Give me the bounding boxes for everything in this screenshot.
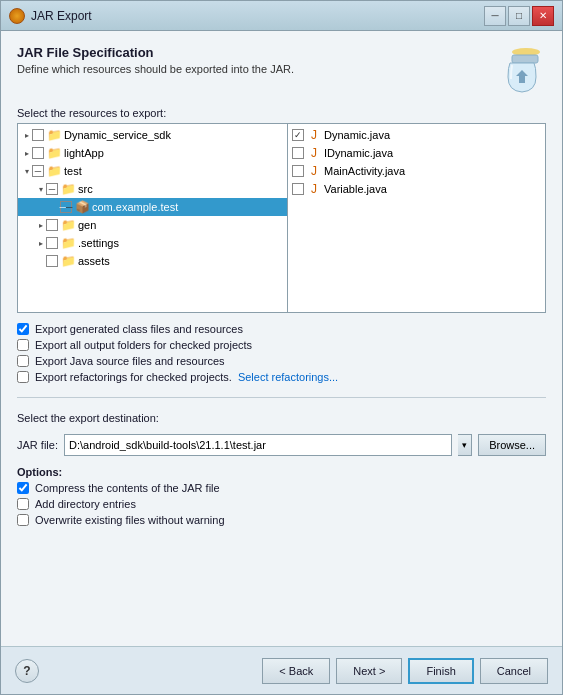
select-refactorings-link[interactable]: Select refactorings... (238, 371, 338, 383)
finish-button[interactable]: Finish (408, 658, 473, 684)
cb-dynamic-service[interactable] (32, 129, 44, 141)
tree-label-com: com.example.test (92, 201, 178, 213)
tree-label-gen: gen (78, 219, 96, 231)
options-label: Options: (17, 466, 546, 478)
file-list[interactable]: J Dynamic.java J IDynamic.java J MainAct… (288, 124, 545, 312)
dir-entries-checkbox[interactable] (17, 498, 29, 510)
title-bar: JAR Export ─ □ ✕ (1, 1, 562, 31)
file-label-variable-java: Variable.java (324, 183, 387, 195)
page-description: Define which resources should be exporte… (17, 63, 294, 75)
folder-icon-dynamic: 📁 (47, 129, 61, 141)
cb-idynamic-java[interactable] (292, 147, 304, 159)
export-source-row: Export Java source files and resources (17, 355, 546, 367)
cb-com-example[interactable]: ─ (60, 201, 72, 213)
minimize-button[interactable]: ─ (484, 6, 506, 26)
jar-export-window: JAR Export ─ □ ✕ JAR File Specification … (0, 0, 563, 695)
cb-variable-java[interactable] (292, 183, 304, 195)
next-button[interactable]: Next > (336, 658, 402, 684)
tree-item-lightapp[interactable]: 📁 lightApp (18, 144, 287, 162)
cb-lightapp[interactable] (32, 147, 44, 159)
export-source-label[interactable]: Export Java source files and resources (35, 355, 225, 367)
overwrite-checkbox[interactable] (17, 514, 29, 526)
folder-icon-settings: 📁 (61, 237, 75, 249)
tree-arrow-com (50, 202, 60, 212)
page-title: JAR File Specification (17, 45, 294, 60)
file-label-dynamic-java: Dynamic.java (324, 129, 390, 141)
dir-entries-row: Add directory entries (17, 498, 546, 510)
java-icon-dynamic: J (307, 129, 321, 141)
tree-arrow-lightapp[interactable] (22, 148, 32, 158)
dir-entries-label[interactable]: Add directory entries (35, 498, 136, 510)
compress-checkbox[interactable] (17, 482, 29, 494)
tree-label-dynamic: Dynamic_service_sdk (64, 129, 171, 141)
browse-button[interactable]: Browse... (478, 434, 546, 456)
cb-settings[interactable] (46, 237, 58, 249)
overwrite-label[interactable]: Overwrite existing files without warning (35, 514, 225, 526)
folder-icon-test: 📁 (47, 165, 61, 177)
export-output-label[interactable]: Export all output folders for checked pr… (35, 339, 252, 351)
cb-mainactivity-java[interactable] (292, 165, 304, 177)
cancel-button[interactable]: Cancel (480, 658, 548, 684)
tree-section: Select the resources to export: 📁 Dynami… (17, 107, 546, 313)
export-refactor-checkbox[interactable] (17, 371, 29, 383)
tree-item-settings[interactable]: 📁 .settings (18, 234, 287, 252)
file-label-mainactivity-java: MainActivity.java (324, 165, 405, 177)
resource-tree[interactable]: 📁 Dynamic_service_sdk 📁 lightApp (18, 124, 288, 312)
file-item-mainactivity-java[interactable]: J MainActivity.java (288, 162, 545, 180)
folder-icon-assets: 📁 (61, 255, 75, 267)
close-button[interactable]: ✕ (532, 6, 554, 26)
tree-arrow-dynamic[interactable] (22, 130, 32, 140)
tree-item-test[interactable]: 📁 test (18, 162, 287, 180)
file-label-idynamic-java: IDynamic.java (324, 147, 393, 159)
jar-file-input[interactable] (64, 434, 452, 456)
window-controls: ─ □ ✕ (484, 6, 554, 26)
export-source-checkbox[interactable] (17, 355, 29, 367)
java-icon-mainactivity: J (307, 165, 321, 177)
jar-graphic (498, 45, 546, 97)
jar-file-label: JAR file: (17, 439, 58, 451)
file-item-idynamic-java[interactable]: J IDynamic.java (288, 144, 545, 162)
tree-item-gen[interactable]: 📁 gen (18, 216, 287, 234)
overwrite-row: Overwrite existing files without warning (17, 514, 546, 526)
export-class-row: Export generated class files and resourc… (17, 323, 546, 335)
folder-icon-gen: 📁 (61, 219, 75, 231)
window-icon (9, 8, 25, 24)
file-item-dynamic-java[interactable]: J Dynamic.java (288, 126, 545, 144)
maximize-button[interactable]: □ (508, 6, 530, 26)
export-refactor-label[interactable]: Export refactorings for checked projects… (35, 371, 232, 383)
export-output-checkbox[interactable] (17, 339, 29, 351)
jar-options-section: Options: Compress the contents of the JA… (17, 466, 546, 526)
jar-file-dropdown[interactable]: ▾ (458, 434, 472, 456)
export-class-checkbox[interactable] (17, 323, 29, 335)
help-button[interactable]: ? (15, 659, 39, 683)
folder-icon-src: 📁 (61, 183, 75, 195)
compress-row: Compress the contents of the JAR file (17, 482, 546, 494)
folder-icon-lightapp: 📁 (47, 147, 61, 159)
cb-gen[interactable] (46, 219, 58, 231)
tree-arrow-gen[interactable] (36, 220, 46, 230)
tree-item-src[interactable]: 📁 src (18, 180, 287, 198)
java-icon-idynamic: J (307, 147, 321, 159)
tree-arrow-settings[interactable] (36, 238, 46, 248)
navigation-buttons: < Back Next > Finish Cancel (262, 658, 548, 684)
cb-src[interactable] (46, 183, 58, 195)
file-item-variable-java[interactable]: J Variable.java (288, 180, 545, 198)
cb-assets[interactable] (46, 255, 58, 267)
export-class-label[interactable]: Export generated class files and resourc… (35, 323, 243, 335)
jar-file-row: JAR file: ▾ Browse... (17, 434, 546, 456)
svg-rect-1 (512, 55, 538, 63)
export-refactor-row: Export refactorings for checked projects… (17, 371, 546, 383)
tree-arrow-src[interactable] (36, 184, 46, 194)
main-content: JAR File Specification Define which reso… (1, 31, 562, 646)
export-options: Export generated class files and resourc… (17, 323, 546, 383)
tree-arrow-test[interactable] (22, 166, 32, 176)
cb-test[interactable] (32, 165, 44, 177)
tree-item-dynamic-service[interactable]: 📁 Dynamic_service_sdk (18, 126, 287, 144)
compress-label[interactable]: Compress the contents of the JAR file (35, 482, 220, 494)
tree-arrow-assets (36, 256, 46, 266)
export-output-row: Export all output folders for checked pr… (17, 339, 546, 351)
back-button[interactable]: < Back (262, 658, 330, 684)
tree-item-com-example[interactable]: ─ 📦 com.example.test (18, 198, 287, 216)
cb-dynamic-java[interactable] (292, 129, 304, 141)
tree-item-assets[interactable]: 📁 assets (18, 252, 287, 270)
